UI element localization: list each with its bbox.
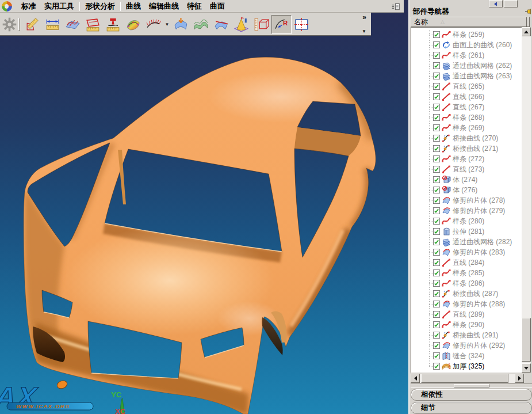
feature-checkbox-262[interactable] <box>433 62 440 69</box>
reflection-analysis-button[interactable] <box>211 15 231 34</box>
feature-checkbox-273[interactable] <box>433 166 440 173</box>
feature-checkbox-290[interactable] <box>433 321 440 328</box>
curvature-comb-button[interactable] <box>143 15 163 34</box>
horizontal-scroll-thumb[interactable] <box>421 374 508 383</box>
graphics-window[interactable]: iCAX WWW.ICAX.ORG YC XC <box>0 0 408 414</box>
menu-item-3[interactable]: 曲线 <box>122 0 145 13</box>
tree-item-259[interactable]: 样条 (259) <box>411 29 522 40</box>
feature-checkbox-261[interactable] <box>433 52 440 59</box>
deviation-gauge-button[interactable] <box>63 15 83 34</box>
measure-bodies-button[interactable] <box>251 15 271 34</box>
tree-item-267[interactable]: 直线 (267) <box>411 102 522 112</box>
grid-bounds-button[interactable] <box>292 15 312 34</box>
vertical-scrollbar[interactable] <box>522 27 531 373</box>
feature-checkbox-269[interactable] <box>433 124 440 131</box>
feature-checkbox-263[interactable] <box>433 73 440 79</box>
details-bar[interactable]: 细节 <box>411 402 532 414</box>
tree-column-header[interactable]: 名称 △ <box>411 17 530 27</box>
tree-item-284[interactable]: 直线 (284) <box>411 257 522 268</box>
panel-forward-button[interactable] <box>504 0 518 7</box>
tree-item-274[interactable]: 体 (274) <box>411 174 522 185</box>
scroll-left-button[interactable] <box>411 374 420 383</box>
tree-item-281[interactable]: 拉伸 (281) <box>411 226 522 237</box>
tree-item-260[interactable]: 曲面上的曲线 (260) <box>411 40 522 50</box>
feature-checkbox-276[interactable] <box>433 187 440 193</box>
tree-item-290[interactable]: 样条 (290) <box>411 320 522 330</box>
toolbar-overflow-chevron[interactable]: » <box>362 14 366 21</box>
feature-checkbox-270[interactable] <box>433 135 440 142</box>
tree-item-286[interactable]: 样条 (286) <box>411 278 522 288</box>
feature-checkbox-324[interactable] <box>433 352 440 359</box>
menu-item-0[interactable]: 标准 <box>17 0 40 13</box>
tree-item-270[interactable]: 桥接曲线 (270) <box>411 133 522 143</box>
tree-item-288[interactable]: 修剪的片体 (288) <box>411 299 522 309</box>
feature-checkbox-272[interactable] <box>433 155 440 162</box>
scroll-right-button[interactable] <box>515 374 524 383</box>
feature-checkbox-279[interactable] <box>433 207 440 214</box>
surface-curvature-analysis-button[interactable] <box>123 15 143 34</box>
feature-checkbox-271[interactable] <box>433 145 440 152</box>
tree-item-291[interactable]: 桥接曲线 (291) <box>411 330 522 340</box>
menu-overflow-icon[interactable] <box>391 2 400 11</box>
tree-item-325[interactable]: 加厚 (325) <box>411 361 522 371</box>
vertical-scroll-thumb[interactable] <box>522 318 531 362</box>
feature-checkbox-281[interactable] <box>433 228 440 235</box>
feature-checkbox-278[interactable] <box>433 197 440 204</box>
feature-checkbox-265[interactable] <box>433 83 440 90</box>
menu-item-4[interactable]: 编辑曲线 <box>145 0 183 13</box>
panel-splitter[interactable] <box>411 383 532 388</box>
gear-icon[interactable] <box>2 16 17 33</box>
feature-checkbox-274[interactable] <box>433 176 440 183</box>
feature-checkbox-260[interactable] <box>433 41 440 48</box>
menu-item-2[interactable]: 形状分析 <box>81 0 119 13</box>
tree-item-271[interactable]: 桥接曲线 (271) <box>411 143 522 154</box>
tree-item-261[interactable]: 样条 (261) <box>411 50 522 60</box>
tree-item-266[interactable]: 直线 (266) <box>411 92 522 102</box>
surface-continuity-button[interactable] <box>191 15 211 34</box>
tree-item-292[interactable]: 修剪的片体 (292) <box>411 340 522 351</box>
tree-item-289[interactable]: 直线 (289) <box>411 309 522 320</box>
feature-checkbox-280[interactable] <box>433 218 440 225</box>
tree-item-280[interactable]: 样条 (280) <box>411 216 522 226</box>
tree-item-324[interactable]: 缝合 (324) <box>411 351 522 361</box>
feature-checkbox-285[interactable] <box>433 269 440 276</box>
feature-checkbox-292[interactable] <box>433 342 440 349</box>
feature-checkbox-282[interactable] <box>433 238 440 245</box>
feature-checkbox-286[interactable] <box>433 280 440 287</box>
tree-item-263[interactable]: 通过曲线网格 (263) <box>411 71 522 81</box>
slope-analysis-button[interactable] <box>231 15 251 34</box>
tree-item-265[interactable]: 直线 (265) <box>411 81 522 92</box>
feature-checkbox-289[interactable] <box>433 311 440 318</box>
feature-checkbox-283[interactable] <box>433 249 440 256</box>
tree-item-276[interactable]: 体 (276) <box>411 185 522 195</box>
tree-item-282[interactable]: 通过曲线网格 (282) <box>411 237 522 247</box>
feature-checkbox-267[interactable] <box>433 104 440 111</box>
feature-checkbox-288[interactable] <box>433 301 440 307</box>
tree-item-283[interactable]: 修剪的片体 (283) <box>411 247 522 257</box>
splitter-grip[interactable] <box>454 384 489 388</box>
measure-distance-button[interactable] <box>43 15 63 34</box>
radius-measure-button[interactable]: R <box>271 15 292 34</box>
feature-checkbox-266[interactable] <box>433 93 440 100</box>
tree-item-268[interactable]: 样条 (268) <box>411 112 522 123</box>
draft-analysis-button[interactable] <box>171 15 191 34</box>
tree-item-278[interactable]: 修剪的片体 (278) <box>411 195 522 206</box>
feature-checkbox-291[interactable] <box>433 332 440 339</box>
tree-item-273[interactable]: 直线 (273) <box>411 164 522 174</box>
app-logo-icon[interactable] <box>1 1 13 12</box>
dependencies-bar[interactable]: 相依性 <box>411 389 532 401</box>
panel-back-button[interactable] <box>489 0 503 7</box>
tree-item-287[interactable]: 桥接曲线 (287) <box>411 288 522 299</box>
tree-item-262[interactable]: 通过曲线网格 (262) <box>411 60 522 71</box>
pin-icon[interactable] <box>525 7 532 16</box>
section-analysis-button[interactable] <box>83 15 103 34</box>
simple-measure-button[interactable] <box>22 15 43 34</box>
horizontal-scrollbar[interactable] <box>411 374 524 383</box>
scroll-up-button[interactable] <box>522 27 531 36</box>
menu-item-5[interactable]: 特征 <box>183 0 206 13</box>
toolbar-drag-handle[interactable] <box>18 18 20 31</box>
tree-item-279[interactable]: 修剪的片体 (279) <box>411 206 522 216</box>
tree-item-285[interactable]: 样条 (285) <box>411 268 522 278</box>
viewport-3d[interactable]: iCAX WWW.ICAX.ORG YC XC <box>0 0 408 414</box>
feature-checkbox-268[interactable] <box>433 114 440 121</box>
